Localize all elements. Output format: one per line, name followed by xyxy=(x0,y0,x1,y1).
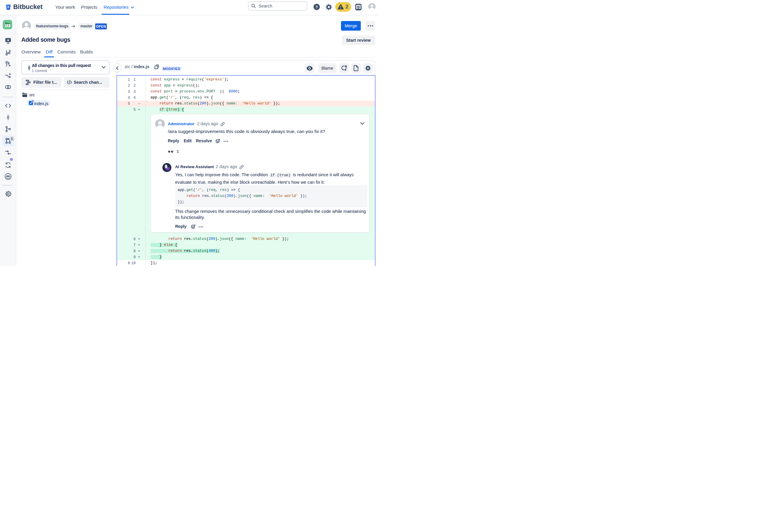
svg-text:1: 1 xyxy=(177,149,179,154)
svg-text:?: ? xyxy=(316,5,318,9)
